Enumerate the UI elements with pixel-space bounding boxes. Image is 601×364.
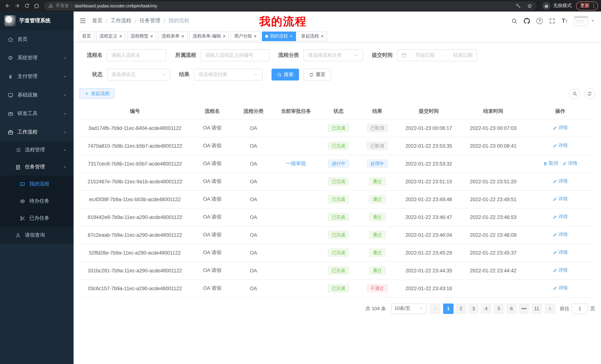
process-name-input[interactable]: 请输入流程名 xyxy=(107,49,166,61)
sidebar-item-home[interactable]: 首页 xyxy=(0,30,74,49)
sidebar-item-label: 首页 xyxy=(18,36,67,43)
refresh-table-button[interactable] xyxy=(584,88,595,99)
tab-process-model[interactable]: 流程模型× xyxy=(127,31,156,41)
table-header-row: 编号流程名流程分类当前审批任务状态结果提交时间结束时间操作 xyxy=(80,104,595,119)
breadcrumb-item[interactable]: 任务管理 xyxy=(140,18,160,24)
caret-down-icon[interactable] xyxy=(591,19,595,23)
close-icon[interactable]: × xyxy=(223,34,226,38)
sidebar-item-devtools[interactable]: 研发工具 xyxy=(0,104,74,123)
address-bar[interactable]: 不安全 dashboard.yudao.iocoder.cn/bpm/task/… xyxy=(44,1,536,10)
page-button-1[interactable]: 1 xyxy=(443,303,453,314)
create-process-button[interactable]: 发起流程 xyxy=(80,88,114,99)
sidebar-item-leave-query[interactable]: 请假查询 xyxy=(0,227,74,244)
github-icon[interactable] xyxy=(524,18,530,24)
search-button[interactable]: 搜索 xyxy=(271,69,299,80)
current-task-link[interactable]: 一级审批 xyxy=(286,160,306,167)
reload-button[interactable] xyxy=(22,1,31,10)
detail-action[interactable]: 详情 xyxy=(553,267,568,274)
detail-action[interactable]: 详情 xyxy=(553,196,568,202)
close-icon[interactable]: × xyxy=(150,34,153,38)
sidebar-item-label: 已办任务 xyxy=(29,215,67,221)
prev-page-button[interactable] xyxy=(430,303,440,314)
tab-start-process[interactable]: 发起流程× xyxy=(298,31,327,41)
hamburger-icon[interactable] xyxy=(80,18,86,24)
detail-action[interactable]: 详情 xyxy=(553,214,568,220)
tab-process-definition[interactable]: 流程定义× xyxy=(96,31,125,41)
column-header: 当前审批任务 xyxy=(273,104,319,119)
menu-dots-icon[interactable] xyxy=(590,1,597,10)
tab-my-process[interactable]: 我的流程× xyxy=(262,31,296,41)
tab-user-group[interactable]: 用户分组× xyxy=(231,31,260,41)
status-tag: 已完成 xyxy=(328,142,349,150)
sidebar-item-todo-tasks[interactable]: 待办任务 xyxy=(0,192,74,210)
close-icon[interactable]: × xyxy=(290,34,292,38)
security-label: 不安全 xyxy=(56,3,69,9)
close-icon[interactable]: × xyxy=(119,34,122,38)
cell-submit-time: 2022-01-22 23:46:04 xyxy=(397,226,461,244)
cell-category: OA xyxy=(234,262,273,279)
cell-end-time: 2022-01-22 23:44:42 xyxy=(461,262,525,279)
reset-button[interactable]: 重置 xyxy=(303,69,331,80)
password-key-icon[interactable] xyxy=(514,1,523,10)
tab-process-form[interactable]: 流程表单× xyxy=(158,31,187,41)
process-definition-input[interactable]: 请输入流程定义的编号 xyxy=(200,49,269,61)
toggle-search-button[interactable] xyxy=(569,88,580,99)
sidebar-item-system[interactable]: ⚙系统管理 xyxy=(0,49,74,67)
forward-button[interactable] xyxy=(13,1,21,10)
page-button-4[interactable]: 4 xyxy=(481,303,491,314)
process-definition-label: 所属流程 xyxy=(175,52,196,59)
cell-end-time: 2022-01-22 23:46:09 xyxy=(461,226,525,244)
breadcrumb-item[interactable]: 工作流程 xyxy=(111,18,131,24)
submit-time-range-input[interactable]: 开始日期 - 结束日期 xyxy=(397,49,477,61)
detail-action[interactable]: 详情 xyxy=(562,161,577,167)
cell-id: 2152467e-7b9b-11ec-9a1b-acde48001122 xyxy=(80,172,190,190)
page-more-button[interactable]: ••• xyxy=(519,303,529,314)
sidebar-item-workflow[interactable]: 工作流程 xyxy=(0,123,74,141)
sidebar-item-payment[interactable]: ¥支付管理 xyxy=(0,67,74,86)
sidebar-item-my-process[interactable]: 我的流程 xyxy=(0,175,74,192)
font-size-icon[interactable]: TT xyxy=(562,18,568,24)
cancel-action[interactable]: 取消 xyxy=(543,161,558,167)
detail-action[interactable]: 详情 xyxy=(553,249,568,256)
detail-action[interactable]: 详情 xyxy=(553,285,568,291)
detail-action-label: 详情 xyxy=(559,178,568,185)
detail-action[interactable]: 详情 xyxy=(553,125,568,131)
detail-action[interactable]: 详情 xyxy=(553,143,568,149)
page-button-11[interactable]: 11 xyxy=(531,303,542,314)
avatar[interactable] xyxy=(574,16,588,26)
chevron-down-icon xyxy=(63,93,67,97)
detail-action[interactable]: 详情 xyxy=(553,232,568,238)
bookmark-star-icon[interactable] xyxy=(525,1,534,10)
result-select[interactable]: 请选择流结果 xyxy=(194,69,263,80)
result-tag: 处理中 xyxy=(367,160,388,168)
sidebar-item-done-tasks[interactable]: 已办任务 xyxy=(0,210,74,227)
help-icon[interactable]: ? xyxy=(536,18,543,24)
status-tag: 进行中 xyxy=(328,160,349,168)
category-select[interactable]: 请选择流程分类 xyxy=(303,49,363,61)
page-button-2[interactable]: 2 xyxy=(456,303,466,314)
page-size-select[interactable]: 10条/页 xyxy=(391,303,427,314)
goto-page-input[interactable]: 1 xyxy=(572,303,588,314)
update-button[interactable]: 更新 xyxy=(576,1,598,10)
sidebar-item-task-management[interactable]: 任务管理 xyxy=(0,158,74,175)
browser-home-button[interactable] xyxy=(32,1,41,10)
fullscreen-icon[interactable] xyxy=(549,18,555,24)
page-button-6[interactable]: 6 xyxy=(506,303,517,314)
sidebar-item-process-management[interactable]: 流程管理 xyxy=(0,141,74,158)
close-icon[interactable]: × xyxy=(254,34,257,38)
breadcrumb-item[interactable]: 首页 xyxy=(92,18,102,24)
close-icon[interactable]: × xyxy=(321,34,323,38)
detail-action[interactable]: 详情 xyxy=(553,178,568,185)
close-icon[interactable]: × xyxy=(181,34,184,38)
tab-home[interactable]: 首页 xyxy=(79,31,94,41)
page-button-3[interactable]: 3 xyxy=(468,303,479,314)
page-button-5[interactable]: 5 xyxy=(494,303,504,314)
search-icon[interactable] xyxy=(511,18,517,24)
sidebar-item-infrastructure[interactable]: 基础设施 xyxy=(0,86,74,104)
next-page-button[interactable] xyxy=(545,303,555,314)
app-logo[interactable]: 芋道管理系统 xyxy=(0,11,74,30)
status-select[interactable]: 请选择状态 xyxy=(107,69,170,80)
sidebar-item-label: 任务管理 xyxy=(25,164,63,170)
back-button[interactable] xyxy=(3,1,12,10)
tab-process-form-edit[interactable]: 流程表单-编辑× xyxy=(190,31,229,41)
